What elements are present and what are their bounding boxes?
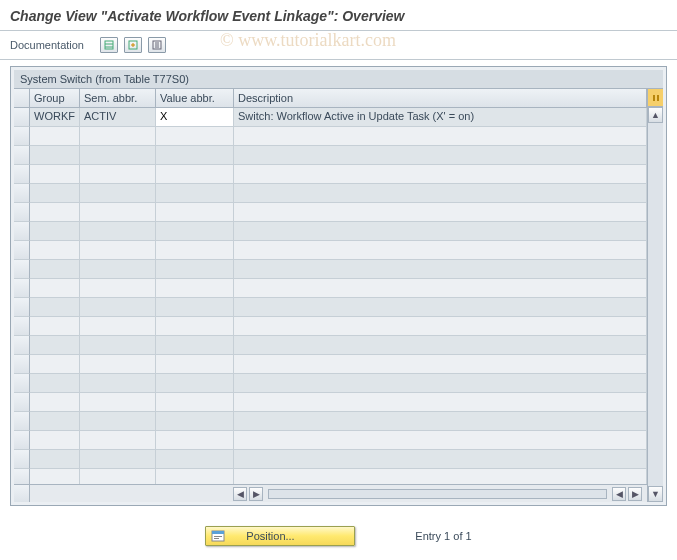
svg-rect-12 [212,531,224,534]
row-selector-header [14,89,30,107]
divider [0,59,677,60]
toolbar-icon-1[interactable] [100,37,118,53]
entry-count-text: Entry 1 of 1 [415,530,471,542]
position-label: Position... [246,530,294,542]
svg-rect-9 [653,95,655,101]
config-columns-icon[interactable] [648,89,663,107]
table-row[interactable]: WORKF ACTIV X Switch: Workflow Active in… [14,108,647,127]
col-header-group[interactable]: Group [30,89,80,107]
table-row[interactable] [14,165,647,184]
scroll-track[interactable] [648,123,663,486]
footer: Position... Entry 1 of 1 [0,526,677,546]
svg-rect-10 [657,95,659,101]
scroll-left-icon[interactable]: ◀ [612,487,626,501]
scroll-left-icon[interactable]: ◀ [233,487,247,501]
cell-sem: ACTIV [80,108,156,127]
col-header-val[interactable]: Value abbr. [156,89,234,107]
divider [0,30,677,31]
col-header-desc[interactable]: Description [234,89,647,107]
toolbar: Documentation [0,33,677,57]
position-icon [210,529,226,543]
table-row[interactable] [14,393,647,412]
table-row[interactable] [14,355,647,374]
grid-header: Group Sem. abbr. Value abbr. Description [14,89,647,108]
svg-rect-13 [214,536,222,537]
panel: System Switch (from Table T77S0) Group S… [10,66,667,506]
table-row[interactable] [14,260,647,279]
col-header-sem[interactable]: Sem. abbr. [80,89,156,107]
table-row[interactable] [14,127,647,146]
vertical-scrollbar: ▲ ▼ [647,89,663,502]
table-row[interactable] [14,222,647,241]
toolbar-icon-3[interactable] [148,37,166,53]
svg-rect-14 [214,538,219,539]
page-title: Change View "Activate Workflow Event Lin… [0,0,677,28]
grid-icon [104,40,114,50]
scroll-up-icon[interactable]: ▲ [648,107,663,123]
horizontal-scrollbar: ◀ ▶ ◀ ▶ [14,484,647,502]
table-row[interactable] [14,412,647,431]
table-row[interactable] [14,469,647,484]
grid-body: WORKF ACTIV X Switch: Workflow Active in… [14,108,647,484]
documentation-label: Documentation [10,39,84,51]
panel-header: System Switch (from Table T77S0) [14,70,663,89]
scroll-track[interactable] [268,489,607,499]
table-row[interactable] [14,279,647,298]
scroll-right-icon[interactable]: ▶ [628,487,642,501]
table-row[interactable] [14,241,647,260]
table-row[interactable] [14,203,647,222]
position-button[interactable]: Position... [205,526,355,546]
table-row[interactable] [14,317,647,336]
cell-desc: Switch: Workflow Active in Update Task (… [234,108,647,127]
cell-val-input[interactable]: X [156,108,234,127]
scroll-right-icon[interactable]: ▶ [249,487,263,501]
toolbar-icon-2[interactable] [124,37,142,53]
row-selector[interactable] [14,108,30,127]
scroll-down-icon[interactable]: ▼ [648,486,663,502]
table-row[interactable] [14,450,647,469]
table-row[interactable] [14,184,647,203]
table-row[interactable] [14,374,647,393]
table-row[interactable] [14,336,647,355]
svg-rect-8 [651,93,661,103]
grid-lines-icon [152,40,162,50]
table-row[interactable] [14,146,647,165]
grid-arrow-icon [128,40,138,50]
svg-rect-0 [105,41,113,49]
cell-group: WORKF [30,108,80,127]
table-row[interactable] [14,431,647,450]
table-row[interactable] [14,298,647,317]
